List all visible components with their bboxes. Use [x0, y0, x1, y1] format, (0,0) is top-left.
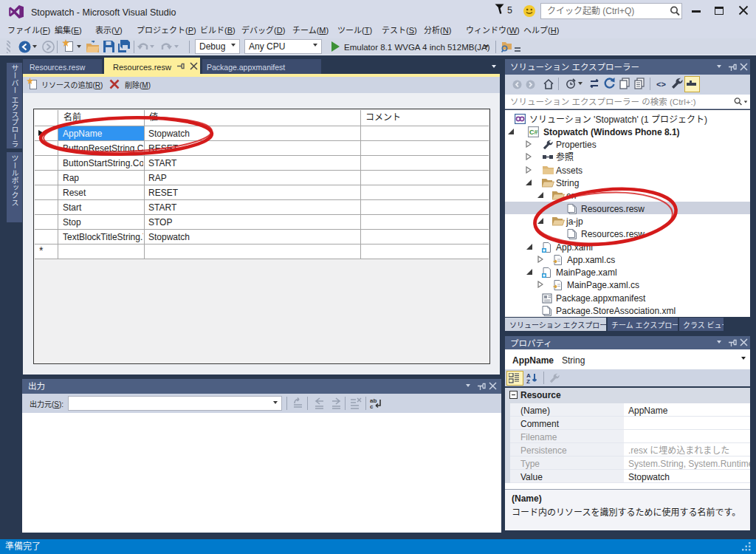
svg-text:Z: Z [526, 378, 530, 384]
svg-text:C#: C# [529, 129, 538, 136]
svg-text:c: c [370, 403, 374, 410]
